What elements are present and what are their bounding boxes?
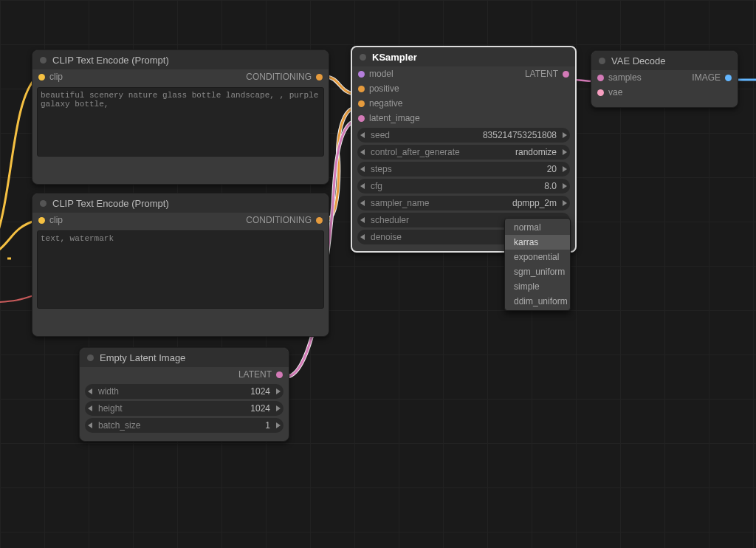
output-port-conditioning[interactable]: CONDITIONING [246, 72, 323, 82]
output-port-image[interactable]: IMAGE [692, 72, 732, 83]
node-title: CLIP Text Encode (Prompt) [52, 55, 169, 66]
increment-arrow-icon[interactable] [276, 388, 281, 394]
node-header[interactable]: CLIP Text Encode (Prompt) [32, 193, 329, 213]
decrement-arrow-icon[interactable] [360, 132, 365, 138]
decrement-arrow-icon[interactable] [360, 200, 365, 206]
node-clip-text-encode-positive[interactable]: CLIP Text Encode (Prompt) clip CONDITION… [32, 49, 329, 185]
widget-seed[interactable]: seed 835214753251808 [357, 128, 570, 143]
input-port-vae[interactable]: vae [597, 87, 622, 97]
node-title: Empty Latent Image [100, 352, 185, 363]
scheduler-option-simple[interactable]: simple [505, 279, 570, 294]
scheduler-dropdown[interactable]: normalkarrasexponentialsgm_uniformsimple… [504, 218, 571, 311]
decrement-arrow-icon[interactable] [360, 166, 365, 172]
increment-arrow-icon[interactable] [563, 149, 567, 155]
prompt-textarea[interactable] [37, 87, 324, 157]
output-port-latent[interactable]: LATENT [238, 369, 283, 380]
widget-batch-size[interactable]: batch_size 1 [85, 418, 284, 433]
decrement-arrow-icon[interactable] [360, 149, 365, 155]
node-title: KSampler [372, 52, 417, 63]
widget-cfg[interactable]: cfg 8.0 [357, 179, 570, 193]
increment-arrow-icon[interactable] [563, 183, 567, 189]
decrement-arrow-icon[interactable] [88, 405, 92, 411]
node-clip-text-encode-negative[interactable]: CLIP Text Encode (Prompt) clip CONDITION… [32, 193, 329, 337]
output-port-conditioning[interactable]: CONDITIONING [246, 215, 323, 225]
scheduler-option-normal[interactable]: normal [505, 220, 570, 235]
widget-height[interactable]: height 1024 [85, 401, 284, 416]
prompt-textarea[interactable] [37, 230, 324, 309]
node-vae-decode[interactable]: VAE Decode samples IMAGE vae [591, 50, 738, 108]
increment-arrow-icon[interactable] [563, 166, 567, 172]
increment-arrow-icon[interactable] [563, 132, 567, 138]
collapse-dot-icon[interactable] [599, 58, 605, 64]
scheduler-option-karras[interactable]: karras [505, 235, 570, 250]
widget-width[interactable]: width 1024 [85, 384, 284, 399]
increment-arrow-icon[interactable] [276, 422, 281, 428]
node-header[interactable]: KSampler [352, 47, 575, 66]
widget-steps[interactable]: steps 20 [357, 162, 570, 177]
node-title: CLIP Text Encode (Prompt) [52, 198, 169, 209]
decrement-arrow-icon[interactable] [360, 183, 365, 189]
scheduler-option-ddim_uniform[interactable]: ddim_uniform [505, 294, 570, 309]
decrement-arrow-icon[interactable] [360, 217, 365, 223]
decrement-arrow-icon[interactable] [88, 422, 92, 428]
increment-arrow-icon[interactable] [563, 200, 567, 206]
input-port-samples[interactable]: samples [597, 72, 642, 83]
input-port-clip[interactable]: clip [38, 72, 63, 82]
scheduler-option-exponential[interactable]: exponential [505, 250, 570, 264]
scheduler-option-sgm_uniform[interactable]: sgm_uniform [505, 264, 570, 279]
collapse-dot-icon[interactable] [40, 57, 47, 64]
node-header[interactable]: CLIP Text Encode (Prompt) [32, 50, 329, 69]
input-port-latent-image[interactable]: latent_image [358, 113, 420, 123]
input-port-model[interactable]: model [358, 69, 394, 79]
decrement-arrow-icon[interactable] [88, 388, 92, 394]
output-port-latent[interactable]: LATENT [525, 69, 569, 79]
node-header[interactable]: VAE Decode [591, 51, 738, 70]
input-port-positive[interactable]: positive [358, 83, 399, 94]
input-port-clip[interactable]: clip [38, 215, 63, 225]
input-port-negative[interactable]: negative [358, 98, 402, 109]
collapse-dot-icon[interactable] [40, 200, 47, 207]
collapse-dot-icon[interactable] [360, 54, 366, 61]
collapse-dot-icon[interactable] [87, 355, 94, 361]
node-title: VAE Decode [611, 55, 665, 66]
increment-arrow-icon[interactable] [276, 405, 281, 411]
node-header[interactable]: Empty Latent Image [80, 348, 289, 367]
decrement-arrow-icon[interactable] [360, 234, 365, 240]
widget-sampler-name[interactable]: sampler_name dpmpp_2m [357, 196, 570, 210]
widget-control-after-generate[interactable]: control_after_generate randomize [357, 145, 570, 160]
node-empty-latent-image[interactable]: Empty Latent Image LATENT width 1024 hei… [79, 347, 289, 442]
